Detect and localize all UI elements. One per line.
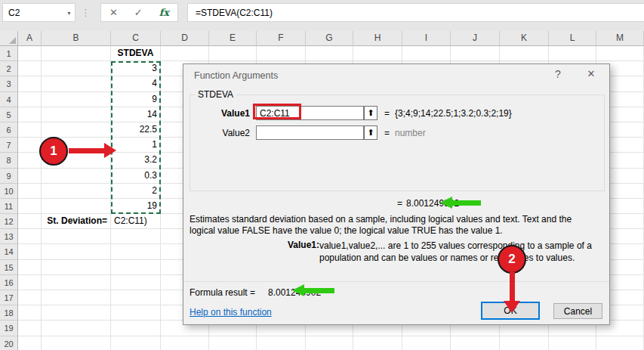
row-header-20[interactable]: 20 (0, 336, 18, 350)
cell-G20[interactable] (306, 336, 353, 350)
cell-M20[interactable] (596, 336, 644, 350)
cell-B2[interactable] (42, 61, 111, 76)
cell-B8[interactable] (42, 153, 111, 168)
cell-B3[interactable] (42, 76, 111, 91)
row-header-18[interactable]: 18 (0, 305, 18, 321)
cell-B15[interactable] (42, 260, 111, 275)
cell-B1[interactable] (42, 46, 111, 61)
cell-H1[interactable] (353, 46, 402, 61)
cell-M1[interactable] (596, 46, 644, 61)
cell-C19[interactable] (111, 321, 161, 336)
cell-E1[interactable] (209, 46, 257, 61)
cell-A15[interactable] (18, 260, 42, 275)
cell-B18[interactable] (42, 305, 111, 321)
insert-function-icon[interactable]: fx (159, 7, 169, 18)
cell-A17[interactable] (18, 290, 42, 305)
cell-A7[interactable] (18, 138, 42, 153)
formula-bar-resize-handle[interactable]: ⋮ (81, 3, 90, 22)
cell-C4[interactable]: 9 (111, 92, 161, 107)
column-header-J[interactable]: J (451, 31, 500, 46)
cell-C2[interactable]: 3 (111, 61, 161, 76)
column-header-K[interactable]: K (500, 31, 549, 46)
cell-L1[interactable] (549, 46, 596, 61)
help-on-function-link[interactable]: Help on this function (190, 307, 272, 317)
cell-C5[interactable]: 14 (111, 107, 161, 122)
cell-A11[interactable] (18, 199, 42, 214)
row-header-4[interactable]: 4 (0, 92, 18, 107)
enter-icon[interactable]: ✓ (134, 7, 143, 18)
chevron-down-icon[interactable]: ▼ (66, 11, 72, 16)
cancel-button[interactable]: Cancel (553, 303, 602, 319)
cell-C15[interactable] (111, 260, 161, 275)
cell-D20[interactable] (161, 336, 209, 350)
cell-A19[interactable] (18, 321, 42, 336)
cell-B13[interactable] (42, 229, 111, 244)
cell-G1[interactable] (306, 46, 353, 61)
column-header-C[interactable]: C (111, 31, 161, 46)
cell-A9[interactable] (18, 169, 42, 184)
cell-L20[interactable] (549, 336, 596, 350)
cell-A16[interactable] (18, 275, 42, 290)
cell-B20[interactable] (42, 336, 111, 350)
cell-C17[interactable] (111, 290, 161, 305)
cell-A12[interactable] (18, 214, 42, 229)
select-all-corner[interactable] (0, 31, 18, 46)
cell-C13[interactable] (111, 229, 161, 244)
column-header-H[interactable]: H (353, 31, 402, 46)
row-header-8[interactable]: 8 (0, 153, 18, 168)
column-header-I[interactable]: I (402, 31, 451, 46)
cell-F1[interactable] (257, 46, 306, 61)
column-header-F[interactable]: F (257, 31, 306, 46)
cell-H20[interactable] (353, 336, 402, 350)
cell-C12[interactable]: C2:C11) (111, 214, 161, 229)
cell-C18[interactable] (111, 305, 161, 321)
cell-A6[interactable] (18, 122, 42, 138)
cell-C6[interactable]: 22.5 (111, 122, 161, 138)
cell-B11[interactable] (42, 199, 111, 214)
cell-J1[interactable] (451, 46, 500, 61)
help-icon[interactable]: ? (551, 68, 565, 82)
column-header-G[interactable]: G (306, 31, 353, 46)
cell-B5[interactable] (42, 107, 111, 122)
cell-A2[interactable] (18, 61, 42, 76)
cell-B19[interactable] (42, 321, 111, 336)
cell-C11[interactable]: 19 (111, 199, 161, 214)
row-header-15[interactable]: 15 (0, 260, 18, 275)
formula-input[interactable]: =STDEVA(C2:C11) (187, 3, 644, 22)
cell-A18[interactable] (18, 305, 42, 321)
row-header-11[interactable]: 11 (0, 199, 18, 214)
cell-K1[interactable] (500, 46, 549, 61)
cell-A8[interactable] (18, 153, 42, 168)
cell-B4[interactable] (42, 92, 111, 107)
column-header-B[interactable]: B (42, 31, 111, 46)
cell-B17[interactable] (42, 290, 111, 305)
row-header-7[interactable]: 7 (0, 138, 18, 153)
cell-E20[interactable] (209, 336, 257, 350)
cell-A13[interactable] (18, 229, 42, 244)
cell-C8[interactable]: 3.2 (111, 153, 161, 168)
column-header-D[interactable]: D (161, 31, 209, 46)
ok-button[interactable]: OK (481, 302, 540, 320)
cell-B9[interactable] (42, 169, 111, 184)
row-header-10[interactable]: 10 (0, 184, 18, 199)
cell-B12[interactable]: St. Deviation= (42, 214, 111, 229)
column-header-M[interactable]: M (596, 31, 644, 46)
row-header-14[interactable]: 14 (0, 244, 18, 259)
cell-B16[interactable] (42, 275, 111, 290)
cell-C3[interactable]: 4 (111, 76, 161, 91)
row-header-13[interactable]: 13 (0, 229, 18, 244)
row-header-1[interactable]: 1 (0, 46, 18, 61)
row-header-2[interactable]: 2 (0, 61, 18, 76)
row-header-16[interactable]: 16 (0, 275, 18, 290)
cell-A10[interactable] (18, 184, 42, 199)
cell-A4[interactable] (18, 92, 42, 107)
cell-A3[interactable] (18, 76, 42, 91)
cancel-icon[interactable]: ✕ (109, 7, 118, 18)
cell-C7[interactable]: 1 (111, 138, 161, 153)
cell-A1[interactable] (18, 46, 42, 61)
cell-B14[interactable] (42, 244, 111, 259)
row-header-19[interactable]: 19 (0, 321, 18, 336)
name-box[interactable]: C2 ▼ (2, 3, 75, 22)
value1-input[interactable] (256, 106, 364, 120)
column-header-A[interactable]: A (18, 31, 42, 46)
